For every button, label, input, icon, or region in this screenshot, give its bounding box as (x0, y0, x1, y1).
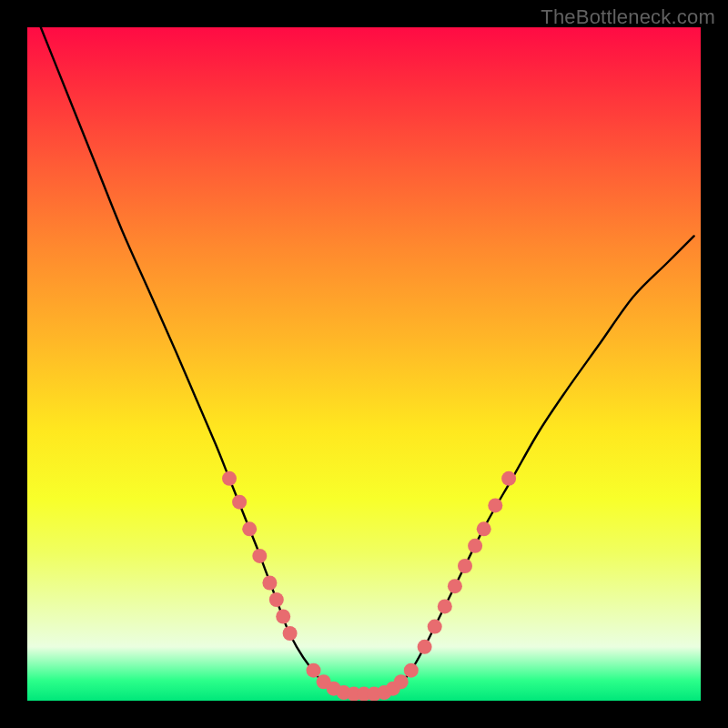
data-marker (438, 599, 452, 613)
data-marker (307, 663, 321, 678)
curve-line (41, 27, 694, 694)
data-marker (468, 539, 482, 553)
data-marker (418, 640, 432, 654)
data-marker (232, 495, 247, 510)
data-marker (242, 521, 257, 536)
data-marker (488, 498, 502, 512)
data-marker (428, 620, 442, 634)
data-marker (252, 549, 267, 563)
markers-group (222, 471, 516, 701)
watermark-text: TheBottleneck.com (541, 5, 715, 29)
data-marker (394, 674, 409, 689)
chart-container: TheBottleneck.com (0, 0, 728, 728)
data-marker (458, 559, 472, 573)
data-marker (448, 579, 462, 593)
plot-area (27, 27, 701, 701)
data-marker (222, 471, 237, 486)
data-marker (269, 592, 284, 607)
data-marker (404, 663, 419, 678)
data-marker (262, 576, 277, 591)
data-marker (276, 610, 290, 624)
data-marker (477, 521, 491, 536)
data-marker (283, 626, 298, 641)
chart-svg (27, 27, 701, 701)
data-marker (501, 471, 516, 486)
